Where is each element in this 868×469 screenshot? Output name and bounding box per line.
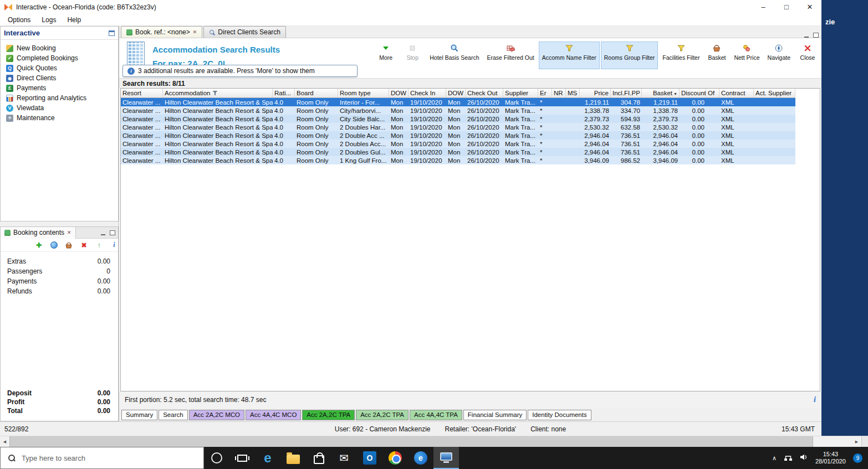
file-explorer-icon[interactable] <box>280 447 306 469</box>
column-header-check-out[interactable]: Check Out <box>466 89 503 98</box>
column-header-dow[interactable]: DOW <box>389 89 409 98</box>
column-header-resort[interactable]: Resort <box>121 89 163 98</box>
network-icon[interactable] <box>784 453 793 463</box>
sidebar-item-maintenance[interactable]: Maintenance <box>1 113 118 123</box>
sidebar-item-payments[interactable]: Payments <box>1 83 118 93</box>
scrollbar-track[interactable] <box>813 436 852 447</box>
toolbar-button-rooms-group-filter[interactable]: Rooms Group Filter <box>601 42 658 69</box>
toolbar-button-facilities-filter[interactable]: Facilities Filter <box>659 42 703 69</box>
column-header-contract[interactable]: Contract <box>719 89 754 98</box>
info-icon[interactable]: i <box>110 241 118 249</box>
close-panel-icon[interactable]: ✕ <box>67 230 72 235</box>
menu-logs[interactable]: Logs <box>36 15 62 25</box>
toolbar-button-hotel-basis-search[interactable]: Hotel Basis Search <box>426 42 482 69</box>
column-header-ms[interactable]: MS <box>566 89 580 98</box>
volume-icon[interactable] <box>800 453 808 463</box>
browser-icon[interactable]: e <box>408 447 433 469</box>
column-header-act-supplier[interactable]: Act. Supplier <box>754 89 795 98</box>
minimize-panel-icon[interactable] <box>804 33 809 38</box>
column-header-accommodation[interactable]: Accommodation <box>163 89 273 98</box>
taskbar-search[interactable]: Type here to search <box>0 447 204 469</box>
tab-direct-clients-search[interactable]: Direct Clients Search ✕ <box>203 26 286 38</box>
column-header-of[interactable]: Of <box>706 89 719 98</box>
table-row[interactable]: Clearwater ...Hilton Clearwater Beach Re… <box>121 98 795 106</box>
column-header-check-in[interactable]: Check In <box>409 89 446 98</box>
table-row[interactable]: Clearwater ...Hilton Clearwater Beach Re… <box>121 156 795 164</box>
bottom-tab-acc-4a-4c-mco[interactable]: Acc 4A,4C MCO <box>246 410 301 420</box>
sidebar-item-direct-clients[interactable]: Direct Clients <box>1 73 118 83</box>
store-icon[interactable] <box>306 447 331 469</box>
toolbar-button-nett-price[interactable]: Nett Price <box>731 42 763 69</box>
footer-info-icon[interactable]: i <box>814 395 816 404</box>
toolbar-button-navigate[interactable]: Navigate <box>764 42 794 69</box>
bottom-tab-acc-2a-2c-tpa[interactable]: Acc 2A,2C TPA <box>356 410 409 420</box>
tab-book-ref-none[interactable]: Book. ref.: <none> ✕ <box>121 26 202 38</box>
outlook-icon[interactable]: O <box>357 447 382 469</box>
bottom-tab-acc-2a-2c-tpa[interactable]: Acc 2A,2C TPA <box>302 410 355 420</box>
horizontal-scrollbar[interactable]: ◀ ▶ <box>0 436 868 447</box>
mail-icon[interactable]: ✉ <box>331 447 357 469</box>
table-row[interactable]: Clearwater ...Hilton Clearwater Beach Re… <box>121 123 795 131</box>
column-header-er[interactable]: Er <box>538 89 552 98</box>
float-panel-icon[interactable] <box>109 30 115 36</box>
close-button[interactable]: ✕ <box>798 0 821 14</box>
sidebar-item-reporting-and-analytics[interactable]: Reporting and Analytics <box>1 93 118 103</box>
column-header-nr[interactable]: NR <box>552 89 566 98</box>
add-icon[interactable]: ✚ <box>35 241 43 249</box>
bottom-tab-search[interactable]: Search <box>159 410 187 420</box>
column-header-board[interactable]: Board <box>295 89 338 98</box>
column-header-incl-fi-pp[interactable]: Incl.FI.PP <box>611 89 642 98</box>
bottom-tab-summary[interactable]: Summary <box>121 410 157 420</box>
task-view-icon[interactable] <box>229 447 255 469</box>
scroll-left-icon[interactable]: ◀ <box>0 436 9 447</box>
minimize-button[interactable]: – <box>752 0 775 14</box>
maximize-button[interactable]: □ <box>775 0 798 14</box>
toolbar-button-erase-filtered-out[interactable]: Erase Filtered Out <box>484 42 538 69</box>
tab-close-icon[interactable]: ✕ <box>193 29 197 35</box>
globe-icon[interactable] <box>50 241 58 249</box>
bottom-tab-identity-documents[interactable]: Identity Documents <box>528 410 591 420</box>
toolbar-button-more[interactable]: More <box>373 42 399 69</box>
bottom-tab-acc-4a-4c-tpa[interactable]: Acc 4A,4C TPA <box>410 410 462 420</box>
column-header-dow[interactable]: DOW <box>446 89 466 98</box>
cortana-icon[interactable] <box>204 447 229 469</box>
toolbar-button-stop[interactable]: Stop <box>400 42 425 69</box>
column-header-discount[interactable]: Discount <box>680 89 706 98</box>
table-row[interactable]: Clearwater ...Hilton Clearwater Beach Re… <box>121 140 795 148</box>
restore-panel-icon[interactable] <box>110 230 115 235</box>
sidebar-item-completed-bookings[interactable]: Completed Bookings <box>1 53 118 63</box>
toolbar-button-close[interactable]: Close <box>795 42 820 69</box>
basket-icon[interactable] <box>65 241 73 249</box>
table-row[interactable]: Clearwater ...Hilton Clearwater Beach Re… <box>121 106 795 115</box>
chrome-icon[interactable] <box>382 447 408 469</box>
minimize-panel-icon[interactable] <box>100 230 106 235</box>
table-row[interactable]: Clearwater ...Hilton Clearwater Beach Re… <box>121 115 795 123</box>
column-header-room-type[interactable]: Room type <box>338 89 389 98</box>
delete-icon[interactable]: ✖ <box>80 241 88 249</box>
sidebar-item-quick-quotes[interactable]: Quick Quotes <box>1 63 118 73</box>
scrollbar-thumb[interactable] <box>9 436 813 447</box>
menu-options[interactable]: Options <box>2 15 36 25</box>
filter-icon[interactable] <box>212 91 217 95</box>
column-header-basket[interactable]: Basket▼ <box>642 89 680 98</box>
table-row[interactable]: Clearwater ...Hilton Clearwater Beach Re… <box>121 131 795 140</box>
notification-icon[interactable]: 9 <box>853 453 862 463</box>
scroll-right-icon[interactable]: ▶ <box>852 436 861 447</box>
column-header-price[interactable]: Price <box>580 89 611 98</box>
table-row[interactable]: Clearwater ...Hilton Clearwater Beach Re… <box>121 148 795 156</box>
bottom-tab-acc-2a-2c-mco[interactable]: Acc 2A,2C MCO <box>189 410 244 420</box>
restore-panel-icon[interactable] <box>813 33 819 38</box>
toolbar-button-basket[interactable]: Basket <box>704 42 729 69</box>
interactive-app-icon[interactable] <box>433 447 459 469</box>
bottom-tab-financial-summary[interactable]: Financial Summary <box>463 410 527 420</box>
edge-icon[interactable]: e <box>255 447 280 469</box>
taskbar-clock[interactable]: 15:43 28/01/2020 <box>815 451 846 465</box>
tray-expand-icon[interactable]: ∧ <box>772 455 777 462</box>
sidebar-item-new-booking[interactable]: New Booking <box>1 43 118 53</box>
sidebar-item-viewdata[interactable]: Viewdata <box>1 103 118 113</box>
menu-help[interactable]: Help <box>62 15 86 25</box>
booking-contents-tab[interactable]: Booking contents ✕ <box>1 227 76 239</box>
column-header-supplier[interactable]: Supplier <box>503 89 538 98</box>
toolbar-button-accomm-name-filter[interactable]: Accomm Name Filter <box>539 42 600 69</box>
column-header-rati[interactable]: Rati... <box>273 89 295 98</box>
